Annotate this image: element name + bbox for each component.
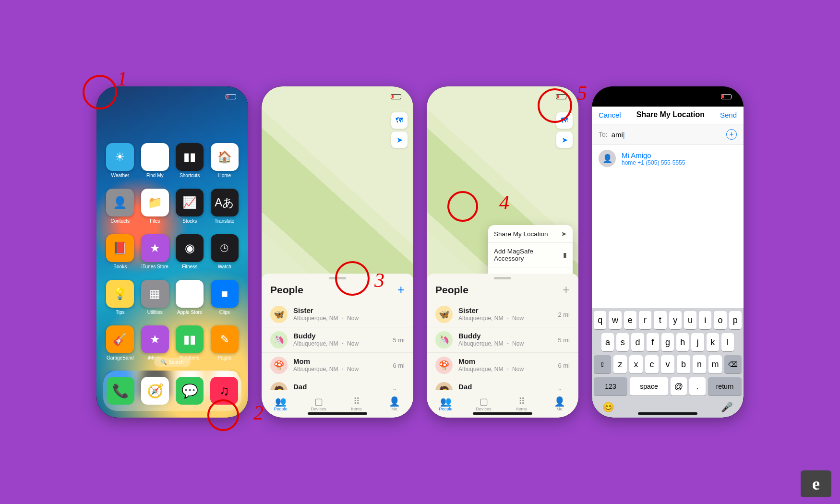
app-icon: 📈 [176, 189, 204, 216]
search-pill[interactable]: 🔍 Search [154, 358, 191, 367]
key-o[interactable]: o [714, 311, 726, 329]
app-weather[interactable]: ☀︎Weather [105, 143, 135, 178]
app-apple-store[interactable]: Apple Store [175, 280, 205, 315]
app-label: Find My [146, 173, 164, 178]
key-l[interactable]: l [721, 333, 734, 351]
key-z[interactable]: z [613, 355, 627, 373]
dock-phone[interactable]: 📞 [107, 377, 134, 405]
key-c[interactable]: c [645, 355, 659, 373]
app-translate[interactable]: AあTranslate [210, 189, 240, 224]
app-home[interactable]: 🏠Home [210, 143, 240, 178]
tab-people[interactable]: 👥People [427, 390, 465, 418]
app-stocks[interactable]: 📈Stocks [175, 189, 205, 224]
app-shortcuts[interactable]: ▮▮Shortcuts [175, 143, 205, 178]
app-tips[interactable]: 💡Tips [105, 280, 135, 315]
key-u[interactable]: u [684, 311, 696, 329]
tab-me[interactable]: 👤Me [375, 390, 413, 418]
key-f[interactable]: f [647, 333, 659, 351]
person-subtitle: Albuquerque, NM ・ Now [293, 314, 399, 323]
phone-homescreen: 3:31 SOS 17 ☀︎Weather◎Find My▮▮Shortcuts… [96, 86, 248, 418]
emoji-key[interactable]: 😊 [602, 401, 614, 413]
recenter-button[interactable]: ➤ [556, 132, 573, 148]
add-button[interactable]: + [397, 282, 405, 297]
app-watch[interactable]: ⌚︎Watch [210, 234, 240, 269]
mic-key[interactable]: 🎤 [721, 401, 733, 413]
key-n[interactable]: n [693, 355, 706, 373]
key-m[interactable]: m [708, 355, 722, 373]
recenter-button[interactable]: ➤ [391, 132, 408, 148]
app-numbers[interactable]: ▮▮Numbers [175, 325, 205, 360]
add-contact-button[interactable]: + [726, 129, 737, 140]
person-subtitle: Albuquerque, NM ・ Now [458, 314, 552, 323]
app-icon: ▮▮ [176, 143, 204, 171]
add-button[interactable]: + [563, 282, 570, 297]
key-t[interactable]: t [654, 311, 666, 329]
person-name: Buddy [293, 332, 387, 340]
app-fitness[interactable]: ◉Fitness [175, 234, 205, 269]
key-v[interactable]: v [661, 355, 674, 373]
key-i[interactable]: i [699, 311, 711, 329]
app-find-my[interactable]: ◎Find My [140, 143, 170, 178]
key-w[interactable]: w [609, 311, 621, 329]
key-x[interactable]: x [629, 355, 643, 373]
map-mode-button[interactable]: 🗺 [556, 112, 573, 129]
app-imovie[interactable]: ★iMovie [140, 325, 170, 360]
person-subtitle: Albuquerque, NM ・ Now [458, 365, 552, 373]
app-label: Apple Store [177, 310, 202, 315]
key-q[interactable]: q [594, 311, 606, 329]
menu-share-my-location[interactable]: Share My Location➤ [488, 225, 573, 242]
key-y[interactable]: y [669, 311, 682, 329]
app-utilities[interactable]: ▦Utilities [140, 280, 170, 315]
app-icon: ★ [141, 325, 169, 353]
app-books[interactable]: 📕Books [105, 234, 135, 269]
menu-label: Share My Location [494, 230, 548, 238]
key-k[interactable]: k [707, 333, 719, 351]
map-mode-button[interactable]: 🗺 [391, 112, 408, 129]
app-clips[interactable]: ■Clips [210, 280, 240, 315]
menu-add-magsafe-accessory[interactable]: Add MagSafe Accessory▮ [488, 242, 573, 267]
key-b[interactable]: b [677, 355, 690, 373]
key-d[interactable]: d [631, 333, 644, 351]
space-key[interactable]: space [630, 377, 668, 396]
cancel-button[interactable]: Cancel [599, 111, 621, 119]
person-buddy[interactable]: 🦄 Buddy Albuquerque, NM ・ Now 5 mi [262, 327, 413, 352]
key-s[interactable]: s [616, 333, 629, 351]
tab-me[interactable]: 👤Me [540, 390, 578, 418]
dock-music[interactable]: ♫ [210, 377, 238, 405]
person-sister[interactable]: 🦋 Sister Albuquerque, NM ・ Now [262, 302, 413, 327]
tab-icon: ▢ [314, 397, 323, 406]
key-j[interactable]: j [691, 333, 704, 351]
delete-key[interactable]: ⌫ [724, 355, 742, 373]
app-contacts[interactable]: 👤Contacts [105, 189, 135, 224]
key-p[interactable]: p [729, 311, 742, 329]
at-key[interactable]: @ [671, 377, 687, 396]
key-a[interactable]: a [601, 333, 614, 351]
dock-safari[interactable]: 🧭 [141, 377, 169, 405]
contact-suggestion[interactable]: 👤 Mi Amigo home +1 (505) 555-5555 [592, 145, 744, 172]
tab-icon: 👤 [389, 397, 400, 406]
return-key[interactable]: return [708, 377, 742, 396]
person-sister[interactable]: 🦋 Sister Albuquerque, NM ・ Now 2 mi [427, 302, 578, 327]
tab-label: People [274, 407, 287, 411]
key-h[interactable]: h [676, 333, 689, 351]
app-garageband[interactable]: 🎸GarageBand [105, 325, 135, 360]
app-itunes-store[interactable]: ★iTunes Store [140, 234, 170, 269]
nav-bar: Cancel Share My Location Send [592, 107, 744, 124]
send-button[interactable]: Send [720, 111, 737, 119]
to-input[interactable]: ami [612, 131, 726, 139]
person-mom[interactable]: 🍄 Mom Albuquerque, NM ・ Now 6 mi [262, 352, 413, 378]
shift-key[interactable]: ⇧ [594, 355, 611, 373]
person-buddy[interactable]: 🦄 Buddy Albuquerque, NM ・ Now 5 mi [427, 327, 578, 352]
tab-people[interactable]: 👥People [262, 390, 300, 418]
app-label: Utilities [147, 310, 163, 315]
to-field[interactable]: To: ami + [592, 124, 744, 145]
dock-messages[interactable]: 💬 [176, 377, 204, 405]
key-e[interactable]: e [624, 311, 636, 329]
app-pages[interactable]: ✎Pages [210, 325, 240, 360]
key-r[interactable]: r [639, 311, 651, 329]
num-key[interactable]: 123 [594, 377, 627, 396]
app-files[interactable]: 📁Files [140, 189, 170, 224]
dot-key[interactable]: . [689, 377, 706, 396]
person-mom[interactable]: 🍄 Mom Albuquerque, NM ・ Now 6 mi [427, 352, 578, 378]
key-g[interactable]: g [661, 333, 674, 351]
